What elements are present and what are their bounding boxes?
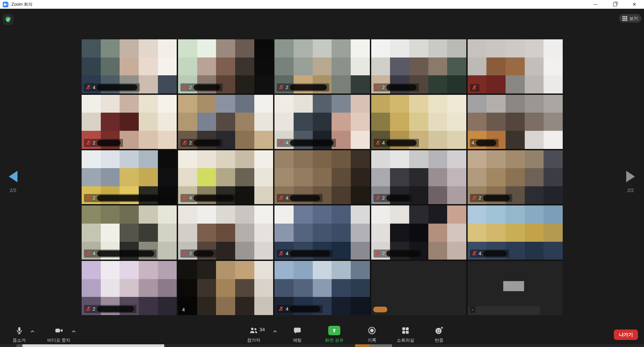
mosaic-cell (468, 168, 487, 186)
mosaic-cell (139, 150, 158, 168)
mosaic-cell (544, 113, 563, 131)
reactions-button[interactable]: 반응 (417, 325, 461, 343)
mosaic-cell (254, 39, 273, 57)
next-page-button[interactable]: 2/2 (622, 171, 639, 193)
mic-muted-icon (472, 85, 477, 90)
restore-button[interactable] (605, 0, 625, 9)
mosaic-cell (101, 39, 120, 57)
mosaic-cell (506, 168, 525, 186)
video-tile[interactable]: 4 (274, 95, 370, 149)
mosaic-cell (525, 205, 544, 224)
video-tile[interactable]: 2 (82, 150, 177, 204)
video-tile[interactable]: 2 (371, 150, 466, 204)
mosaic-cell (525, 150, 544, 168)
mosaic-cell (332, 57, 351, 76)
share-screen-label: 화면 공유 (325, 337, 344, 343)
video-tile[interactable]: 2 (178, 95, 273, 149)
video-tile[interactable]: 2 (274, 39, 370, 93)
mosaic-cell (254, 205, 273, 224)
mosaic-cell (409, 205, 428, 224)
mute-button[interactable]: 음소거 (0, 325, 41, 343)
mosaic-cell (294, 261, 313, 279)
video-tile[interactable] (371, 261, 466, 315)
video-options-caret[interactable] (72, 328, 76, 334)
minimize-button[interactable] (586, 0, 605, 9)
participant-name-badge: 4 (277, 249, 333, 258)
mosaic-cell (82, 57, 101, 76)
mosaic-cell (178, 205, 197, 224)
record-icon (368, 326, 376, 335)
video-tile[interactable]: 4 (178, 261, 273, 315)
participant-name: 4 (479, 251, 481, 256)
security-shield-button[interactable] (3, 14, 13, 25)
share-screen-button[interactable]: 화면 공유 (312, 325, 356, 343)
video-tile[interactable]: 4 (274, 150, 370, 204)
mosaic-cell (235, 242, 254, 260)
view-button[interactable]: 보기 (619, 14, 641, 23)
video-tile[interactable]: 2 (468, 150, 563, 204)
video-tile[interactable]: 2 (82, 261, 177, 315)
video-tile[interactable]: 4 (274, 205, 370, 260)
mosaic-cell (428, 75, 447, 93)
mosaic-cell (390, 168, 409, 186)
page-indicator: 2/2 (5, 188, 22, 193)
mosaic-cell (274, 39, 294, 57)
participant-name-badge (470, 84, 479, 91)
participant-name-badge: 4 (277, 194, 323, 202)
mosaic-cell (468, 205, 487, 224)
mosaic-cell (178, 168, 197, 186)
mosaic-cell (101, 168, 120, 186)
video-tile[interactable] (468, 39, 563, 93)
mosaic-cell (139, 261, 158, 279)
video-tile[interactable]: 2 (178, 205, 273, 260)
redacted-name-bar (97, 250, 154, 257)
mosaic-cell (390, 39, 409, 57)
mosaic-cell (468, 224, 487, 242)
window-title: Zoom 회의 (11, 1, 33, 7)
video-tile[interactable]: 4 (82, 39, 177, 93)
mosaic-cell (371, 113, 390, 131)
stop-video-label: 비디오 중지 (47, 337, 71, 343)
video-tile[interactable]: 2 (371, 39, 466, 93)
video-tile[interactable]: 2 (178, 39, 273, 93)
leave-button[interactable]: 나가기 (614, 330, 638, 340)
close-button[interactable]: ✕ (625, 0, 644, 9)
mosaic-cell (525, 224, 544, 242)
participants-button[interactable]: 참가자 (232, 325, 275, 343)
video-tile[interactable]: 2 (371, 205, 466, 260)
zoom-app-icon (3, 2, 8, 7)
shield-check-icon (5, 16, 11, 23)
mosaic-cell (332, 297, 351, 315)
mosaic-cell (101, 279, 120, 297)
mosaic-cell (178, 261, 197, 279)
mosaic-cell (101, 261, 120, 279)
mosaic-cell (409, 168, 428, 186)
mosaic-cell (216, 39, 235, 57)
video-tile[interactable]: 4 (178, 150, 273, 204)
video-tile[interactable]: 4 (468, 205, 563, 260)
participant-name: - (472, 307, 473, 312)
video-tile[interactable]: 4 (274, 261, 370, 315)
participant-name: 2 (382, 196, 385, 200)
mosaic-cell (313, 57, 332, 76)
video-tile[interactable]: 4 (82, 205, 177, 260)
redacted-name-bar (290, 306, 320, 312)
mute-options-caret[interactable] (30, 328, 35, 334)
mosaic-cell (294, 168, 313, 186)
mosaic-cell (447, 75, 466, 93)
mosaic-cell (139, 279, 158, 297)
mosaic-cell (235, 150, 254, 168)
video-tile[interactable]: 4 (371, 95, 466, 149)
mosaic-cell (428, 113, 447, 131)
video-tile[interactable]: 2 (82, 95, 177, 149)
participant-name: 4 (93, 251, 95, 256)
mosaic-cell (101, 150, 120, 168)
mosaic-cell (351, 168, 370, 186)
participant-name: 4 (286, 141, 288, 145)
video-tile[interactable]: - (468, 261, 563, 315)
mosaic-cell (447, 39, 466, 57)
redacted-name-bar (290, 140, 334, 146)
mosaic-cell (428, 224, 447, 242)
prev-page-button[interactable]: 2/2 (5, 171, 22, 193)
video-tile[interactable]: 4 (468, 95, 563, 149)
